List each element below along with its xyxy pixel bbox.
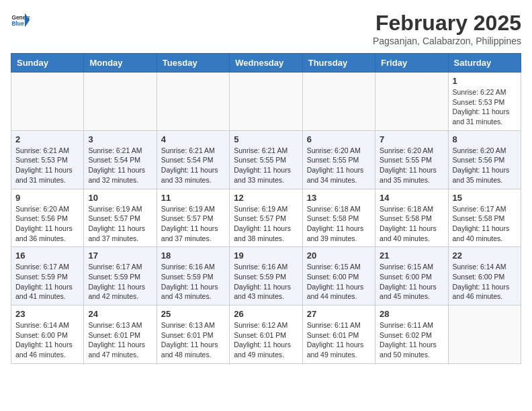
- day-number: 28: [380, 309, 443, 319]
- calendar-day-cell: 27Sunrise: 6:11 AM Sunset: 6:01 PM Dayli…: [302, 306, 375, 364]
- day-number: 3: [88, 134, 152, 144]
- calendar-day-cell: [84, 73, 157, 131]
- day-info: Sunrise: 6:16 AM Sunset: 5:59 PM Dayligh…: [161, 262, 225, 302]
- day-info: Sunrise: 6:22 AM Sunset: 5:53 PM Dayligh…: [453, 87, 517, 127]
- calendar-day-cell: [448, 306, 521, 364]
- calendar-header-row: SundayMondayTuesdayWednesdayThursdayFrid…: [11, 54, 521, 73]
- calendar-week-row: 16Sunrise: 6:17 AM Sunset: 5:59 PM Dayli…: [11, 247, 521, 306]
- calendar-day-cell: [11, 73, 84, 131]
- day-number: 26: [234, 309, 298, 319]
- calendar-day-cell: [302, 73, 375, 131]
- day-info: Sunrise: 6:20 AM Sunset: 5:55 PM Dayligh…: [380, 146, 443, 185]
- day-info: Sunrise: 6:11 AM Sunset: 6:01 PM Dayligh…: [307, 320, 371, 360]
- calendar-week-row: 23Sunrise: 6:14 AM Sunset: 6:00 PM Dayli…: [11, 306, 521, 364]
- calendar-week-row: 1Sunrise: 6:22 AM Sunset: 5:53 PM Daylig…: [11, 73, 521, 131]
- calendar-day-cell: 2Sunrise: 6:21 AM Sunset: 5:53 PM Daylig…: [11, 130, 84, 189]
- calendar-day-cell: 4Sunrise: 6:21 AM Sunset: 5:54 PM Daylig…: [157, 130, 229, 189]
- day-number: 18: [161, 250, 225, 261]
- calendar-day-cell: 1Sunrise: 6:22 AM Sunset: 5:53 PM Daylig…: [448, 73, 521, 131]
- day-info: Sunrise: 6:20 AM Sunset: 5:56 PM Dayligh…: [15, 204, 79, 244]
- calendar-day-cell: 6Sunrise: 6:20 AM Sunset: 5:55 PM Daylig…: [302, 130, 375, 189]
- logo-icon: General Blue: [11, 11, 30, 30]
- calendar-day-cell: [375, 73, 448, 131]
- calendar-header-tuesday: Tuesday: [157, 54, 229, 73]
- day-info: Sunrise: 6:19 AM Sunset: 5:57 PM Dayligh…: [234, 204, 298, 244]
- calendar-day-cell: 23Sunrise: 6:14 AM Sunset: 6:00 PM Dayli…: [11, 306, 84, 364]
- day-info: Sunrise: 6:17 AM Sunset: 5:59 PM Dayligh…: [88, 262, 152, 302]
- calendar-day-cell: 16Sunrise: 6:17 AM Sunset: 5:59 PM Dayli…: [11, 247, 84, 306]
- day-info: Sunrise: 6:13 AM Sunset: 6:01 PM Dayligh…: [88, 320, 152, 360]
- calendar-day-cell: 12Sunrise: 6:19 AM Sunset: 5:57 PM Dayli…: [230, 189, 302, 247]
- day-number: 6: [307, 134, 371, 144]
- day-info: Sunrise: 6:21 AM Sunset: 5:54 PM Dayligh…: [88, 146, 152, 185]
- day-info: Sunrise: 6:19 AM Sunset: 5:57 PM Dayligh…: [88, 204, 152, 244]
- day-info: Sunrise: 6:14 AM Sunset: 6:00 PM Dayligh…: [15, 320, 79, 360]
- title-area: February 2025 Pagsanjan, Calabarzon, Phi…: [373, 11, 521, 46]
- day-info: Sunrise: 6:19 AM Sunset: 5:57 PM Dayligh…: [161, 204, 225, 244]
- calendar-day-cell: 28Sunrise: 6:11 AM Sunset: 6:02 PM Dayli…: [375, 306, 448, 364]
- day-info: Sunrise: 6:14 AM Sunset: 6:00 PM Dayligh…: [453, 262, 517, 302]
- day-number: 16: [15, 250, 79, 261]
- calendar-day-cell: 11Sunrise: 6:19 AM Sunset: 5:57 PM Dayli…: [157, 189, 229, 247]
- day-number: 23: [15, 309, 79, 319]
- day-number: 25: [161, 309, 225, 319]
- day-number: 20: [307, 250, 371, 261]
- day-info: Sunrise: 6:15 AM Sunset: 6:00 PM Dayligh…: [380, 262, 443, 302]
- day-info: Sunrise: 6:16 AM Sunset: 5:59 PM Dayligh…: [234, 262, 298, 302]
- calendar-day-cell: [230, 73, 302, 131]
- day-number: 22: [453, 250, 517, 261]
- calendar-header-friday: Friday: [375, 54, 448, 73]
- day-number: 21: [380, 250, 443, 261]
- day-number: 19: [234, 250, 298, 261]
- calendar-day-cell: 13Sunrise: 6:18 AM Sunset: 5:58 PM Dayli…: [302, 189, 375, 247]
- calendar-week-row: 9Sunrise: 6:20 AM Sunset: 5:56 PM Daylig…: [11, 189, 521, 247]
- day-number: 5: [234, 134, 298, 144]
- day-info: Sunrise: 6:18 AM Sunset: 5:58 PM Dayligh…: [380, 204, 443, 244]
- day-number: 11: [161, 193, 225, 203]
- svg-text:Blue: Blue: [11, 20, 24, 27]
- day-number: 7: [380, 134, 443, 144]
- calendar-day-cell: 24Sunrise: 6:13 AM Sunset: 6:01 PM Dayli…: [84, 306, 157, 364]
- day-number: 8: [453, 134, 517, 144]
- day-info: Sunrise: 6:13 AM Sunset: 6:01 PM Dayligh…: [161, 320, 225, 360]
- calendar-header-saturday: Saturday: [448, 54, 521, 73]
- calendar-day-cell: 3Sunrise: 6:21 AM Sunset: 5:54 PM Daylig…: [84, 130, 157, 189]
- day-number: 2: [15, 134, 79, 144]
- calendar-day-cell: 22Sunrise: 6:14 AM Sunset: 6:00 PM Dayli…: [448, 247, 521, 306]
- calendar-header-sunday: Sunday: [11, 54, 84, 73]
- day-info: Sunrise: 6:15 AM Sunset: 6:00 PM Dayligh…: [307, 262, 371, 302]
- day-info: Sunrise: 6:21 AM Sunset: 5:54 PM Dayligh…: [161, 146, 225, 185]
- calendar-day-cell: 21Sunrise: 6:15 AM Sunset: 6:00 PM Dayli…: [375, 247, 448, 306]
- day-number: 27: [307, 309, 371, 319]
- day-number: 9: [15, 193, 79, 203]
- day-number: 14: [380, 193, 443, 203]
- calendar-day-cell: 7Sunrise: 6:20 AM Sunset: 5:55 PM Daylig…: [375, 130, 448, 189]
- day-number: 13: [307, 193, 371, 203]
- calendar-table: SundayMondayTuesdayWednesdayThursdayFrid…: [11, 53, 521, 364]
- month-year-title: February 2025: [373, 11, 521, 36]
- calendar-week-row: 2Sunrise: 6:21 AM Sunset: 5:53 PM Daylig…: [11, 130, 521, 189]
- day-info: Sunrise: 6:21 AM Sunset: 5:53 PM Dayligh…: [15, 146, 79, 185]
- calendar-day-cell: 15Sunrise: 6:17 AM Sunset: 5:58 PM Dayli…: [448, 189, 521, 247]
- calendar-day-cell: 19Sunrise: 6:16 AM Sunset: 5:59 PM Dayli…: [230, 247, 302, 306]
- day-number: 24: [88, 309, 152, 319]
- calendar-day-cell: [157, 73, 229, 131]
- calendar-day-cell: 5Sunrise: 6:21 AM Sunset: 5:55 PM Daylig…: [230, 130, 302, 189]
- calendar-day-cell: 8Sunrise: 6:20 AM Sunset: 5:56 PM Daylig…: [448, 130, 521, 189]
- day-number: 4: [161, 134, 225, 144]
- day-info: Sunrise: 6:20 AM Sunset: 5:56 PM Dayligh…: [453, 146, 517, 185]
- calendar-day-cell: 25Sunrise: 6:13 AM Sunset: 6:01 PM Dayli…: [157, 306, 229, 364]
- day-number: 15: [453, 193, 517, 203]
- calendar-day-cell: 18Sunrise: 6:16 AM Sunset: 5:59 PM Dayli…: [157, 247, 229, 306]
- day-info: Sunrise: 6:18 AM Sunset: 5:58 PM Dayligh…: [307, 204, 371, 244]
- day-info: Sunrise: 6:20 AM Sunset: 5:55 PM Dayligh…: [307, 146, 371, 185]
- calendar-day-cell: 17Sunrise: 6:17 AM Sunset: 5:59 PM Dayli…: [84, 247, 157, 306]
- day-info: Sunrise: 6:17 AM Sunset: 5:59 PM Dayligh…: [15, 262, 79, 302]
- day-info: Sunrise: 6:12 AM Sunset: 6:01 PM Dayligh…: [234, 320, 298, 360]
- calendar-header-thursday: Thursday: [302, 54, 375, 73]
- day-number: 10: [88, 193, 152, 203]
- calendar-day-cell: 10Sunrise: 6:19 AM Sunset: 5:57 PM Dayli…: [84, 189, 157, 247]
- day-number: 17: [88, 250, 152, 261]
- day-info: Sunrise: 6:11 AM Sunset: 6:02 PM Dayligh…: [380, 320, 443, 360]
- day-info: Sunrise: 6:17 AM Sunset: 5:58 PM Dayligh…: [453, 204, 517, 244]
